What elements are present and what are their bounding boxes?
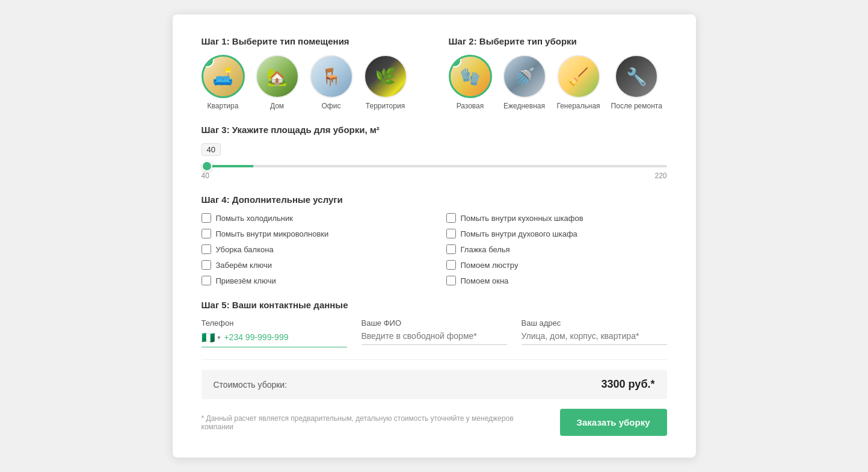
office-icon: 🪑 [311,56,352,97]
house-image: 🏡 [256,55,299,98]
main-card: Шаг 1: Выберите тип помещения ✓ 🛋️ Кварт… [173,14,696,458]
slider-minmax: 40 220 [202,172,667,180]
checkbox-microwave[interactable] [202,229,211,238]
address-field: Ваш адрес [522,318,667,347]
step5-section: Шаг 5: Ваши контактные данные Телефон 🇳🇬… [202,300,667,347]
checkbox-chandelier[interactable] [446,260,456,270]
address-input-wrapper [522,331,667,345]
step4-section: Шаг 4: Дополнительные услуги Помыть холо… [202,194,667,285]
service-kitchen-cabinets[interactable]: Помыть внутри кухонных шкафов [446,213,667,223]
checkbox-keys-take[interactable] [202,260,211,270]
type-item-house[interactable]: 🏡 Дом [256,55,299,110]
service-fridge[interactable]: Помыть холодильник [202,213,422,223]
checkbox-oven[interactable] [446,229,456,238]
name-input-wrapper [362,331,507,345]
step3-title: Шаг 3: Укажите площадь для уборки, м² [202,125,667,135]
price-value: 3300 руб.* [602,378,655,391]
service-balcony[interactable]: Уборка балкона [202,244,422,254]
territory-image: 🌿 [364,55,407,98]
step1-col: Шаг 1: Выберите тип помещения ✓ 🛋️ Кварт… [202,36,420,110]
footer-row: * Данный расчет является предварительным… [202,409,667,436]
type-item-renovation[interactable]: 🔧 После ремонта [611,55,662,110]
service-oven[interactable]: Помыть внутри духового шкафа [446,229,667,238]
checkbox-windows[interactable] [446,276,456,285]
label-fridge: Помыть холодильник [216,214,294,223]
house-label: Дом [270,102,284,110]
checkbox-kitchen-cabinets[interactable] [446,213,456,223]
area-slider[interactable] [202,165,667,167]
divider [202,359,667,360]
cleaning-types: ✓ 🧤 Разовая 🚿 Ежедневная 🧹 Генеральная [449,55,667,110]
disclaimer-text: * Данный расчет является предварительным… [202,414,546,431]
phone-wrapper: 🇳🇬 ▼ [202,331,347,347]
apartment-image: ✓ 🛋️ [202,55,245,98]
single-label: Разовая [457,102,484,110]
type-item-single[interactable]: ✓ 🧤 Разовая [449,55,492,110]
label-ironing: Глажка белья [461,245,510,254]
territory-label: Территория [366,102,405,110]
slider-min: 40 [202,172,209,180]
service-keys-bring[interactable]: Привезём ключи [202,276,422,285]
office-image: 🪑 [310,55,353,98]
single-check: ✓ [449,55,461,67]
flag-dropdown[interactable]: 🇳🇬 ▼ [202,331,222,344]
flag-emoji: 🇳🇬 [202,331,215,344]
step1-title: Шаг 1: Выберите тип помещения [202,36,420,46]
type-item-daily[interactable]: 🚿 Ежедневная [503,55,546,110]
contact-fields: Телефон 🇳🇬 ▼ Ваше ФИО Ваш адрес [202,318,667,347]
service-microwave[interactable]: Помыть внутри микроволновки [202,229,422,238]
apartment-check: ✓ [202,55,214,67]
room-types: ✓ 🛋️ Квартира 🏡 Дом 🪑 Офис [202,55,420,110]
name-label: Ваше ФИО [362,318,507,328]
step3-section: Шаг 3: Укажите площадь для уборки, м² 40… [202,125,667,180]
service-ironing[interactable]: Глажка белья [446,244,667,254]
type-item-territory[interactable]: 🌿 Территория [364,55,407,110]
single-image: ✓ 🧤 [449,55,492,98]
phone-input[interactable] [224,332,346,343]
step4-title: Шаг 4: Дополнительные услуги [202,194,667,205]
general-image: 🧹 [557,55,600,98]
daily-image: 🚿 [503,55,546,98]
price-label: Стоимость уборки: [214,380,288,390]
checkbox-keys-bring[interactable] [202,276,211,285]
address-label: Ваш адрес [522,318,667,328]
flag-arrow: ▼ [217,335,222,341]
label-microwave: Помыть внутри микроволновки [216,229,329,238]
service-keys-take[interactable]: Заберём ключи [202,260,422,270]
office-label: Офис [322,102,341,110]
service-chandelier[interactable]: Помоем люстру [446,260,667,270]
order-button[interactable]: Заказать уборку [560,409,667,436]
renovation-image: 🔧 [615,55,658,98]
label-keys-bring: Привезём ключи [216,276,276,285]
type-item-office[interactable]: 🪑 Офис [310,55,353,110]
step5-title: Шаг 5: Ваши контактные данные [202,300,667,310]
address-input[interactable] [522,331,667,342]
type-item-apartment[interactable]: ✓ 🛋️ Квартира [202,55,245,110]
daily-icon: 🚿 [504,56,545,97]
label-windows: Помоем окна [461,276,509,285]
step2-title: Шаг 2: Выберите тип уборки [449,36,667,46]
renovation-label: После ремонта [611,102,662,110]
slider-wrapper [202,160,667,169]
type-item-general[interactable]: 🧹 Генеральная [557,55,600,110]
phone-label: Телефон [202,318,347,328]
label-oven: Помыть внутри духового шкафа [461,229,577,238]
label-chandelier: Помоем люстру [461,261,519,270]
name-input[interactable] [362,331,507,342]
checkbox-balcony[interactable] [202,244,211,254]
service-windows[interactable]: Помоем окна [446,276,667,285]
territory-icon: 🌿 [365,56,406,97]
checkbox-ironing[interactable] [446,244,456,254]
label-balcony: Уборка балкона [216,245,274,254]
step2-col: Шаг 2: Выберите тип уборки ✓ 🧤 Разовая 🚿… [449,36,667,110]
general-icon: 🧹 [558,56,599,97]
slider-max: 220 [654,172,666,180]
name-field: Ваше ФИО [362,318,507,347]
label-keys-take: Заберём ключи [216,261,272,270]
general-label: Генеральная [557,102,600,110]
checkbox-fridge[interactable] [202,213,211,223]
daily-label: Ежедневная [503,102,545,110]
label-kitchen-cabinets: Помыть внутри кухонных шкафов [461,214,583,223]
apartment-label: Квартира [208,102,239,110]
phone-field: Телефон 🇳🇬 ▼ [202,318,347,347]
